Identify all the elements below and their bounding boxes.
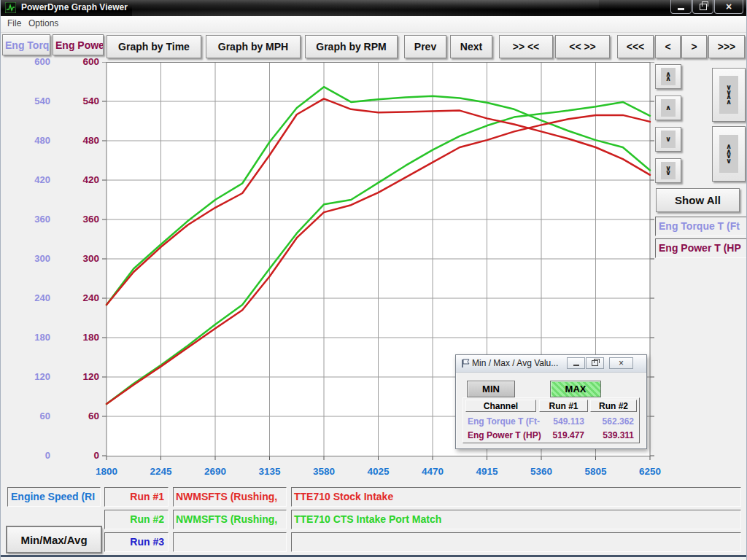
minmax-run2-value: 562.362 bbox=[590, 416, 634, 427]
chevron-glyph: ∧ bbox=[665, 77, 671, 82]
eng-power-axis-button[interactable]: Eng Powe bbox=[53, 34, 104, 55]
y-tick-label: 420 bbox=[1, 174, 99, 185]
minmax-run2-value: 539.311 bbox=[590, 430, 634, 440]
y-tick-label: 540 bbox=[1, 96, 99, 106]
minimize-button[interactable] bbox=[670, 0, 692, 14]
scroll-first-button[interactable]: <<< bbox=[617, 35, 654, 58]
x-tick-label: 3135 bbox=[258, 466, 280, 477]
column-header-run1: Run #1 bbox=[539, 400, 588, 412]
y-tick-label: 600 bbox=[1, 56, 99, 67]
scroll-down-button[interactable]: ∨ bbox=[655, 127, 681, 152]
chevron-glyph: ∧ bbox=[726, 100, 732, 105]
minmax-window-title: Min / Max / Avg Valu... bbox=[472, 358, 558, 368]
collapse-vertical-icon: ∨∨∧∧ bbox=[719, 76, 738, 114]
prev-button[interactable]: Prev bbox=[404, 35, 446, 58]
minmax-window[interactable]: Min / Max / Avg Valu... × MIN MAX Channe… bbox=[455, 354, 647, 449]
scroll-left-button[interactable]: < bbox=[655, 35, 681, 58]
run2-operator-field[interactable]: NWMSFTS (Rushing, bbox=[173, 510, 287, 529]
menu-bar: File Options bbox=[1, 16, 747, 33]
zoom-out-button[interactable]: << >> bbox=[555, 35, 610, 58]
scroll-up-double-button[interactable]: ∧∧ bbox=[655, 64, 681, 89]
title-bar[interactable]: PowerDyne Graph Viewer × bbox=[1, 0, 747, 16]
x-tick-label: 4470 bbox=[422, 466, 444, 477]
min-tab-button[interactable]: MIN bbox=[467, 381, 515, 397]
chevron-glyph: ∨ bbox=[665, 137, 671, 142]
collapse-vertical-button[interactable]: ∨∨∧∧ bbox=[712, 68, 746, 122]
max-tab-button[interactable]: MAX bbox=[550, 381, 601, 397]
window-title: PowerDyne Graph Viewer bbox=[21, 2, 128, 12]
x-tick-label: 3580 bbox=[313, 466, 335, 477]
minimize-icon bbox=[678, 8, 684, 10]
column-header-channel: Channel bbox=[465, 400, 536, 412]
graph-by-mph-button[interactable]: Graph by MPH bbox=[206, 35, 301, 58]
restore-icon bbox=[700, 4, 707, 10]
x-tick-label: 4915 bbox=[476, 466, 498, 477]
run3-description-field[interactable] bbox=[291, 532, 741, 552]
column-header-run2: Run #2 bbox=[590, 400, 637, 412]
power-channel-box[interactable]: Eng Power T (HP bbox=[655, 238, 747, 258]
x-tick-label: 2690 bbox=[204, 466, 226, 477]
minmax-run1-value: 519.477 bbox=[539, 430, 584, 440]
maximize-button[interactable] bbox=[692, 0, 713, 14]
next-button[interactable]: Next bbox=[450, 35, 492, 58]
run2-description-field[interactable]: TTE710 CTS Intake Port Match bbox=[291, 510, 741, 529]
y-tick-label: 300 bbox=[1, 253, 99, 264]
scroll-down-double-button[interactable]: ∨∨ bbox=[655, 158, 681, 183]
zoom-in-button[interactable]: >> << bbox=[499, 35, 553, 58]
x-tick-label: 5805 bbox=[584, 466, 606, 477]
minmax-close-button[interactable]: × bbox=[609, 357, 633, 369]
minmax-row-channel: Eng Torque T (Ft- bbox=[468, 416, 540, 427]
y-tick-label: 60 bbox=[1, 411, 99, 421]
y-tick-label: 120 bbox=[1, 371, 99, 382]
menu-file[interactable]: File bbox=[7, 18, 21, 28]
minmax-avg-button[interactable]: Min/Max/Avg bbox=[7, 526, 101, 553]
minimize-icon bbox=[573, 365, 579, 366]
scroll-up-button[interactable]: ∧ bbox=[655, 96, 681, 120]
chevron-glyph: ∨ bbox=[726, 159, 732, 164]
run3-label-box: Run #3 bbox=[104, 532, 169, 552]
close-button[interactable]: × bbox=[714, 0, 743, 14]
x-tick-label: 5360 bbox=[530, 466, 552, 477]
scroll-last-button[interactable]: >>> bbox=[708, 35, 745, 58]
rpm-axis-ticks: 1800224526903135358040254470491553605805… bbox=[107, 466, 650, 479]
minmax-restore-button[interactable] bbox=[586, 357, 604, 369]
expand-vertical-icon: ∧∧∨∨ bbox=[719, 135, 738, 173]
chevron-glyph: ∧ bbox=[665, 106, 671, 111]
xaxis-channel-box[interactable]: Engine Speed (RI bbox=[7, 487, 101, 507]
run3-operator-field[interactable] bbox=[173, 532, 287, 552]
eng-torque-axis-button[interactable]: Eng Torq bbox=[2, 34, 50, 55]
y-tick-label: 240 bbox=[1, 292, 99, 303]
x-tick-label: 6250 bbox=[639, 466, 661, 477]
run1-operator-field[interactable]: NWMSFTS (Rushing, bbox=[173, 487, 287, 507]
y-tick-label: 360 bbox=[1, 214, 99, 225]
scroll-down-double-icon: ∨∨ bbox=[661, 162, 676, 179]
y-tick-label: 480 bbox=[1, 135, 99, 146]
close-icon: × bbox=[726, 1, 732, 12]
app-window: PowerDyne Graph Viewer × File Options En… bbox=[0, 0, 747, 560]
minmax-run1-value: 549.113 bbox=[539, 416, 584, 427]
minmax-window-icon bbox=[461, 359, 470, 368]
expand-vertical-button[interactable]: ∧∧∨∨ bbox=[712, 126, 746, 182]
chevron-glyph: ∨ bbox=[665, 171, 671, 176]
y-tick-label: 180 bbox=[1, 332, 99, 343]
menu-options[interactable]: Options bbox=[28, 18, 58, 28]
x-tick-label: 1800 bbox=[96, 466, 117, 477]
graph-by-rpm-button[interactable]: Graph by RPM bbox=[305, 35, 398, 58]
power-axis-ticks: 060120180240300360420480540600 bbox=[1, 62, 99, 460]
graph-by-time-button[interactable]: Graph by Time bbox=[107, 35, 201, 58]
run1-label-box: Run #1 bbox=[104, 487, 169, 507]
minmax-row-channel: Eng Power T (HP) bbox=[468, 430, 541, 440]
scroll-right-button[interactable]: > bbox=[681, 35, 707, 58]
run1-description-field[interactable]: TTE710 Stock Intake bbox=[291, 487, 741, 507]
close-icon: × bbox=[619, 358, 624, 368]
x-tick-label: 4025 bbox=[367, 466, 389, 477]
show-all-button[interactable]: Show All bbox=[656, 188, 740, 212]
scroll-up-icon: ∧ bbox=[661, 99, 676, 117]
minmax-title-bar[interactable]: Min / Max / Avg Valu... × bbox=[456, 355, 646, 373]
aero-glass-highlight bbox=[132, 0, 599, 16]
scroll-up-double-icon: ∧∧ bbox=[661, 68, 676, 85]
restore-icon bbox=[592, 360, 598, 366]
y-tick-label: 0 bbox=[1, 450, 99, 461]
torque-channel-box[interactable]: Eng Torque T (Ft bbox=[655, 217, 747, 236]
minmax-minimize-button[interactable] bbox=[567, 357, 585, 369]
